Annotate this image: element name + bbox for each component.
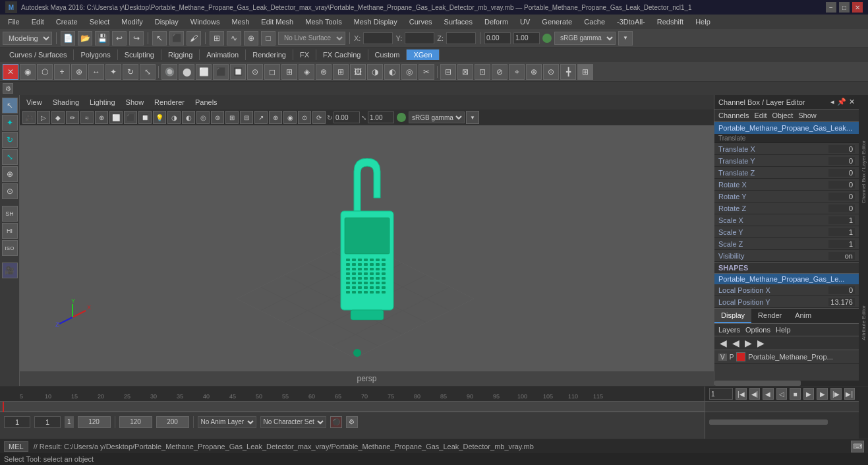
anim-layer-select[interactable]: No Anim Layer: [198, 416, 256, 428]
menu-curves[interactable]: Curves: [404, 16, 438, 27]
color-mgmt-button[interactable]: [542, 34, 552, 43]
layer-btn[interactable]: ⊟: [440, 64, 456, 80]
tab-rigging[interactable]: Rigging: [161, 49, 200, 60]
vt-sel-btn[interactable]: ▷: [37, 111, 50, 124]
layer-tab-display[interactable]: Display: [714, 309, 751, 323]
snap-point-button[interactable]: ⊕: [244, 31, 258, 46]
menu-create[interactable]: Create: [51, 16, 83, 27]
shaded-wire-btn[interactable]: 🔲: [230, 64, 246, 80]
menu-windows[interactable]: Windows: [185, 16, 225, 27]
tab-animation[interactable]: Animation: [200, 49, 246, 60]
new-file-button[interactable]: 📄: [61, 31, 75, 46]
scale-btn[interactable]: ⤡: [140, 64, 156, 80]
hide-lt-btn[interactable]: HI: [2, 223, 18, 239]
scale-lt-btn[interactable]: ⤡: [2, 149, 18, 165]
layer-color-0[interactable]: [736, 352, 745, 361]
snap-to-grid-btn[interactable]: ⊕: [71, 64, 87, 80]
script-editor-btn[interactable]: ⌨: [851, 441, 864, 452]
target-weld-btn[interactable]: ⊙: [543, 64, 559, 80]
bevel-btn[interactable]: ⊘: [492, 64, 507, 80]
menu-select[interactable]: Select: [84, 16, 115, 27]
show-manipulator-btn[interactable]: ↔: [88, 64, 104, 80]
menu-surfaces[interactable]: Surfaces: [439, 16, 478, 27]
multi-cut-btn[interactable]: ✂: [419, 64, 434, 80]
rt-frame-input[interactable]: [709, 388, 733, 400]
component-btn[interactable]: ⬡: [37, 64, 53, 80]
isolate-lt-btn[interactable]: ISO: [2, 240, 18, 256]
vp-menu-lighting[interactable]: Lighting: [86, 97, 119, 108]
snap-grid-button[interactable]: ⊞: [210, 31, 224, 46]
vt-sync-btn[interactable]: ⟳: [312, 111, 326, 124]
tab-fx-caching[interactable]: FX Caching: [316, 49, 368, 60]
render-btn[interactable]: ◑: [367, 64, 383, 80]
vt-ao-btn[interactable]: ◐: [182, 111, 195, 124]
layer-p-0[interactable]: P: [730, 354, 734, 361]
paint-btn[interactable]: +: [54, 64, 70, 80]
menu-mesh-display[interactable]: Mesh Display: [349, 16, 403, 27]
vt-grid-btn[interactable]: ⊞: [225, 111, 239, 124]
char-set-select[interactable]: No Character Set: [260, 416, 326, 428]
vt-wire-btn[interactable]: ⬜: [109, 111, 123, 124]
rt-next-frame-btn[interactable]: ▶: [817, 388, 828, 400]
gamma-arrow-button[interactable]: ▼: [618, 31, 633, 46]
vt-shadow-btn[interactable]: ◑: [167, 111, 181, 124]
vt-shade-btn[interactable]: ⬛: [124, 111, 137, 124]
vt-scale-input[interactable]: [368, 111, 394, 123]
xray-btn[interactable]: ◎: [401, 64, 417, 80]
menu-deform[interactable]: Deform: [479, 16, 513, 27]
vt-multi-btn[interactable]: ⊕: [269, 111, 282, 124]
layer-next-btn[interactable]: ▶: [743, 338, 753, 348]
auto-key-btn[interactable]: ⚫: [330, 416, 342, 428]
symmetry-btn[interactable]: ⬤: [179, 64, 194, 80]
rt-prev-key-btn[interactable]: ◀|: [749, 388, 761, 400]
channel-box-close-btn[interactable]: ✕: [849, 98, 855, 106]
rotate-lt-btn[interactable]: ↻: [2, 132, 18, 148]
vp-menu-renderer[interactable]: Renderer: [150, 97, 188, 108]
menu-generate[interactable]: Generate: [536, 16, 577, 27]
maximize-button[interactable]: □: [839, 2, 850, 13]
tab-fx[interactable]: FX: [293, 49, 316, 60]
quad-draw-btn[interactable]: ⊞: [577, 64, 593, 80]
layer-scroll[interactable]: [714, 381, 859, 386]
close-button[interactable]: ✕: [852, 2, 863, 13]
vt-rotate-input[interactable]: [333, 111, 360, 123]
vt-gamma-select[interactable]: sRGB gamma: [409, 111, 465, 123]
minimize-button[interactable]: −: [826, 2, 836, 13]
scale-value-input[interactable]: [513, 32, 540, 44]
vt-cam-btn[interactable]: 🎥: [22, 111, 36, 124]
vt-anim-btn[interactable]: ≈: [80, 111, 94, 124]
rotate-btn[interactable]: ↻: [123, 64, 138, 80]
tab-sculpting[interactable]: Sculpting: [118, 49, 161, 60]
hud-btn[interactable]: ⊛: [316, 64, 332, 80]
z-coord-input[interactable]: [446, 32, 476, 44]
layer-prev2-btn[interactable]: ◀: [731, 338, 741, 348]
rt-next-key-btn[interactable]: |▶: [830, 388, 842, 400]
camera-lt-btn[interactable]: 🎥: [2, 263, 18, 278]
vt-crease-btn[interactable]: ↗: [254, 111, 268, 124]
vt-edit-btn[interactable]: ✏: [66, 111, 79, 124]
settings-bb-btn[interactable]: ⚙: [346, 416, 358, 428]
smooth-btn[interactable]: ⊙: [247, 64, 263, 80]
menu-modify[interactable]: Modify: [116, 16, 148, 27]
wireframe-btn[interactable]: ⬜: [196, 64, 212, 80]
toggle-aa-btn[interactable]: ◈: [299, 64, 314, 80]
help-menu[interactable]: Help: [776, 326, 791, 334]
move-btn[interactable]: ✦: [105, 64, 121, 80]
cb-channels[interactable]: Channels: [718, 111, 749, 119]
menu-display[interactable]: Display: [150, 16, 184, 27]
snap-view-button[interactable]: □: [261, 31, 275, 46]
menu-help[interactable]: Help: [690, 16, 716, 27]
range-end-input[interactable]: [119, 416, 152, 428]
redo-button[interactable]: ↪: [129, 31, 144, 46]
viewport-wrapper[interactable]: View Shading Lighting Show Renderer Pane…: [20, 95, 714, 386]
frame-start-input[interactable]: [4, 416, 30, 428]
deformer-btn[interactable]: ⊠: [457, 64, 473, 80]
timeline-bar[interactable]: [0, 401, 705, 412]
undo-button[interactable]: ↩: [112, 31, 127, 46]
tab-rendering[interactable]: Rendering: [246, 49, 293, 60]
layer-v-0[interactable]: V: [718, 354, 727, 361]
tab-polygons[interactable]: Polygons: [74, 49, 117, 60]
menu-edit-mesh[interactable]: Edit Mesh: [256, 16, 299, 27]
vp-menu-show[interactable]: Show: [122, 97, 148, 108]
gamma-select[interactable]: sRGB gamma: [554, 32, 616, 45]
